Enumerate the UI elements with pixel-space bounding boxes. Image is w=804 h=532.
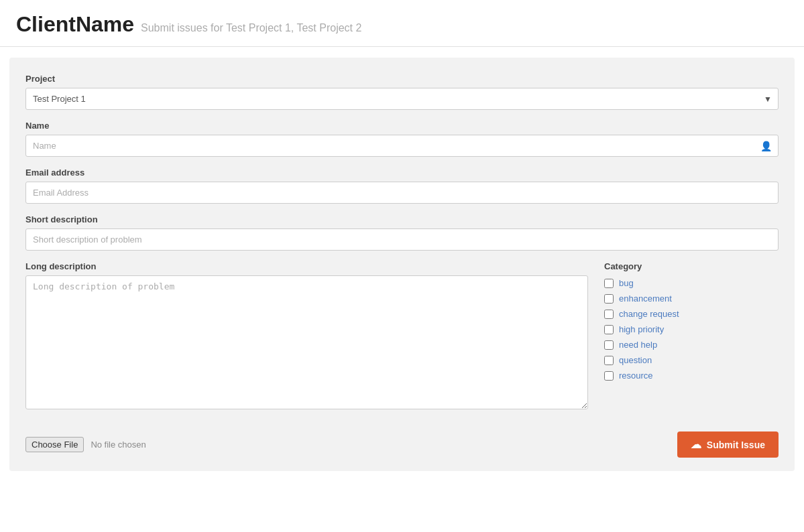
- category-checkbox-bug[interactable]: [604, 279, 614, 288]
- name-group: Name 👤: [25, 121, 779, 157]
- short-desc-input[interactable]: [25, 228, 779, 251]
- category-list: bug enhancement change request high prio…: [604, 278, 779, 381]
- no-file-label: No file chosen: [91, 440, 146, 450]
- footer-row: Choose File No file chosen ☁ Submit Issu…: [25, 431, 779, 458]
- long-desc-textarea[interactable]: [25, 275, 588, 409]
- category-label-change-request[interactable]: change request: [619, 309, 679, 319]
- name-label: Name: [25, 121, 779, 131]
- list-item: high priority: [604, 324, 779, 334]
- app-name: ClientName: [16, 12, 134, 37]
- page-header: ClientName Submit issues for Test Projec…: [0, 0, 804, 47]
- category-label-bug[interactable]: bug: [619, 278, 634, 288]
- category-checkbox-change-request[interactable]: [604, 310, 614, 319]
- long-desc-col: Long description: [25, 261, 588, 422]
- choose-file-button[interactable]: Choose File: [25, 437, 84, 452]
- bottom-section: Long description Category bug enhancemen…: [25, 261, 779, 422]
- category-checkbox-resource[interactable]: [604, 371, 614, 381]
- short-desc-label: Short description: [25, 214, 779, 224]
- list-item: change request: [604, 309, 779, 319]
- email-label: Email address: [25, 168, 779, 178]
- main-form-container: Project Test Project 1 Test Project 2 ▼ …: [9, 58, 795, 471]
- name-input[interactable]: [25, 135, 779, 157]
- short-desc-group: Short description: [25, 214, 779, 251]
- category-label: Category: [604, 261, 779, 271]
- category-checkbox-enhancement[interactable]: [604, 294, 614, 304]
- category-checkbox-high-priority[interactable]: [604, 325, 614, 334]
- list-item: bug: [604, 278, 779, 288]
- email-input[interactable]: [25, 182, 779, 204]
- app-subtitle: Submit issues for Test Project 1, Test P…: [141, 22, 361, 34]
- category-label-resource[interactable]: resource: [619, 371, 653, 381]
- list-item: enhancement: [604, 293, 779, 304]
- header-title-row: ClientName Submit issues for Test Projec…: [16, 12, 788, 37]
- category-checkbox-question[interactable]: [604, 356, 614, 365]
- list-item: question: [604, 355, 779, 365]
- category-label-enhancement[interactable]: enhancement: [619, 293, 672, 304]
- long-desc-group: Long description: [25, 261, 588, 411]
- project-select-wrapper: Test Project 1 Test Project 2 ▼: [25, 88, 779, 110]
- submit-issue-button[interactable]: ☁ Submit Issue: [677, 431, 779, 458]
- list-item: resource: [604, 371, 779, 381]
- category-label-high-priority[interactable]: high priority: [619, 324, 664, 334]
- category-label-need-help[interactable]: need help: [619, 340, 657, 350]
- category-label-question[interactable]: question: [619, 355, 652, 365]
- list-item: need help: [604, 340, 779, 350]
- long-desc-label: Long description: [25, 261, 588, 271]
- project-select[interactable]: Test Project 1 Test Project 2: [25, 88, 779, 110]
- category-col: Category bug enhancement change request …: [604, 261, 779, 422]
- name-input-wrapper: 👤: [25, 135, 779, 157]
- category-checkbox-need-help[interactable]: [604, 340, 614, 350]
- submit-btn-label: Submit Issue: [707, 440, 765, 450]
- project-label: Project: [25, 74, 779, 84]
- project-group: Project Test Project 1 Test Project 2 ▼: [25, 74, 779, 110]
- upload-icon: ☁: [691, 438, 701, 451]
- file-upload-area: Choose File No file chosen: [25, 437, 146, 452]
- email-group: Email address: [25, 168, 779, 204]
